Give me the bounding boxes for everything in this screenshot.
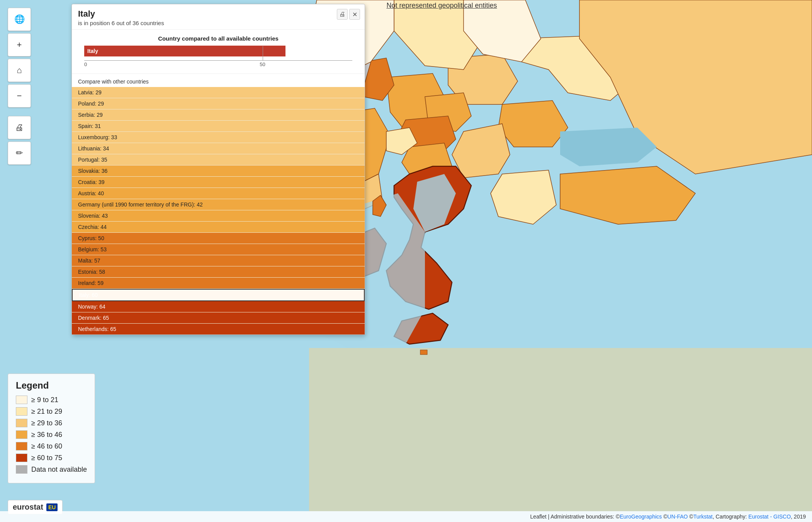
chart-bar-label: Italy bbox=[87, 48, 98, 54]
country-list-item[interactable]: Ireland: 59 bbox=[72, 278, 365, 289]
country-list-item[interactable]: Germany (until 1990 former territory of … bbox=[72, 199, 365, 210]
legend-swatch-6 bbox=[16, 465, 27, 474]
eurogeographics-link[interactable]: EuroGeographics bbox=[620, 513, 662, 520]
country-list-item[interactable]: Estonia: 58 bbox=[72, 266, 365, 278]
country-list-item[interactable]: Austria: 40 bbox=[72, 188, 365, 199]
legend-swatch-1 bbox=[16, 407, 27, 416]
svg-rect-27 bbox=[420, 350, 427, 355]
toolbar: 🌐 + ⌂ − 🖨 ✏ bbox=[8, 8, 31, 165]
globe-icon: 🌐 bbox=[14, 14, 25, 24]
legend-item-3: ≥ 36 to 46 bbox=[16, 430, 87, 439]
print-button[interactable]: 🖨 bbox=[8, 116, 31, 139]
gisco-link[interactable]: Eurostat - GISCO bbox=[748, 513, 791, 520]
turkstat-link[interactable]: Turkstat bbox=[693, 513, 713, 520]
svg-rect-1 bbox=[309, 348, 812, 511]
footer-text: Leaflet | Administrative boundaries: ©Eu… bbox=[530, 513, 806, 520]
country-list-item[interactable]: Serbia: 29 bbox=[72, 109, 365, 121]
legend-label-3: ≥ 36 to 46 bbox=[31, 431, 62, 439]
minus-icon: − bbox=[17, 91, 22, 101]
legend-swatch-2 bbox=[16, 419, 27, 427]
legend-swatch-3 bbox=[16, 430, 27, 439]
unfao-link[interactable]: UN-FAO bbox=[668, 513, 688, 520]
globe-button[interactable]: 🌐 bbox=[8, 8, 31, 31]
legend-label-6: Data not available bbox=[31, 466, 87, 474]
chart-section: Country compared to all available countr… bbox=[72, 30, 365, 74]
popup-close-button[interactable]: ✕ bbox=[349, 9, 360, 20]
legend-title: Legend bbox=[16, 380, 87, 391]
print-icon: 🖨 bbox=[15, 123, 24, 133]
legend-panel: Legend ≥ 9 to 21 ≥ 21 to 29 ≥ 29 to 36 ≥… bbox=[8, 374, 95, 483]
pencil-icon: ✏ bbox=[16, 148, 23, 158]
eu-badge: EU bbox=[46, 503, 58, 511]
legend-label-4: ≥ 46 to 60 bbox=[31, 442, 62, 450]
legend-item-5: ≥ 60 to 75 bbox=[16, 454, 87, 462]
legend-item-0: ≥ 9 to 21 bbox=[16, 396, 87, 404]
country-list-item[interactable]: Poland: 29 bbox=[72, 98, 365, 109]
country-list-item[interactable]: Czechia: 44 bbox=[72, 222, 365, 233]
country-list-item[interactable]: Lithuania: 34 bbox=[72, 143, 365, 154]
country-list-item[interactable]: Cyprus: 50 bbox=[72, 233, 365, 244]
popup-subtitle: is in position 6 out of 36 countries bbox=[78, 20, 358, 26]
legend-label-1: ≥ 21 to 29 bbox=[31, 408, 62, 416]
country-list-item[interactable]: Denmark: 65 bbox=[72, 312, 365, 324]
plus-icon: + bbox=[17, 40, 22, 50]
country-list-item[interactable]: Netherlands: 65 bbox=[72, 324, 365, 334]
country-list-item[interactable]: Portugal: 35 bbox=[72, 154, 365, 165]
legend-label-2: ≥ 29 to 36 bbox=[31, 419, 62, 427]
popup-close-icon: ✕ bbox=[352, 11, 357, 18]
footer-attribution: Leaflet | Administrative boundaries: ©Eu… bbox=[0, 511, 812, 522]
chart-bar: Italy bbox=[84, 46, 285, 56]
zoom-in-button[interactable]: + bbox=[8, 33, 31, 56]
eurostat-text: eurostat bbox=[13, 503, 43, 512]
not-represented-text: Not represented geopolitical entities bbox=[386, 2, 497, 9]
country-list-item[interactable]: Norway: 64 bbox=[72, 301, 365, 312]
popup-title: Italy bbox=[78, 9, 358, 19]
country-list-item[interactable]: Italy: 60 bbox=[72, 289, 365, 301]
country-list[interactable]: Latvia: 29Poland: 29Serbia: 29Spain: 31L… bbox=[72, 87, 365, 334]
draw-button[interactable]: ✏ bbox=[8, 142, 31, 165]
compare-label: Compare with other countries bbox=[72, 77, 365, 87]
popup-print-button[interactable]: 🖨 bbox=[337, 9, 348, 20]
legend-label-5: ≥ 60 to 75 bbox=[31, 454, 62, 462]
country-list-item[interactable]: Latvia: 29 bbox=[72, 87, 365, 98]
country-list-item[interactable]: Slovenia: 43 bbox=[72, 210, 365, 222]
country-list-item[interactable]: Malta: 57 bbox=[72, 255, 365, 266]
legend-swatch-5 bbox=[16, 454, 27, 462]
legend-item-2: ≥ 29 to 36 bbox=[16, 419, 87, 427]
popup-header: Italy is in position 6 out of 36 countri… bbox=[72, 4, 365, 30]
compare-section: Compare with other countries Latvia: 29P… bbox=[72, 74, 365, 334]
toolbar-divider bbox=[8, 110, 31, 114]
legend-item-1: ≥ 21 to 29 bbox=[16, 407, 87, 416]
legend-swatch-0 bbox=[16, 396, 27, 404]
country-list-item[interactable]: Slovakia: 36 bbox=[72, 165, 365, 177]
legend-label-0: ≥ 9 to 21 bbox=[31, 396, 58, 404]
home-button[interactable]: ⌂ bbox=[8, 59, 31, 82]
popup-panel: Italy is in position 6 out of 36 countri… bbox=[71, 4, 365, 335]
country-list-item[interactable]: Belgium: 53 bbox=[72, 244, 365, 255]
popup-print-icon: 🖨 bbox=[339, 11, 345, 18]
legend-item-6: Data not available bbox=[16, 465, 87, 474]
country-list-item[interactable]: Luxembourg: 33 bbox=[72, 132, 365, 143]
legend-item-4: ≥ 46 to 60 bbox=[16, 442, 87, 450]
home-icon: ⌂ bbox=[17, 65, 22, 75]
zoom-out-button[interactable]: − bbox=[8, 84, 31, 107]
chart-axis-fifty: 50 bbox=[260, 61, 265, 67]
country-list-item[interactable]: Spain: 31 bbox=[72, 121, 365, 132]
popup-controls: 🖨 ✕ bbox=[337, 9, 360, 20]
chart-axis-mid-line bbox=[263, 46, 263, 61]
chart-axis-zero: 0 bbox=[84, 61, 87, 67]
legend-swatch-4 bbox=[16, 442, 27, 450]
country-list-item[interactable]: Croatia: 39 bbox=[72, 177, 365, 188]
chart-title: Country compared to all available countr… bbox=[78, 35, 358, 42]
